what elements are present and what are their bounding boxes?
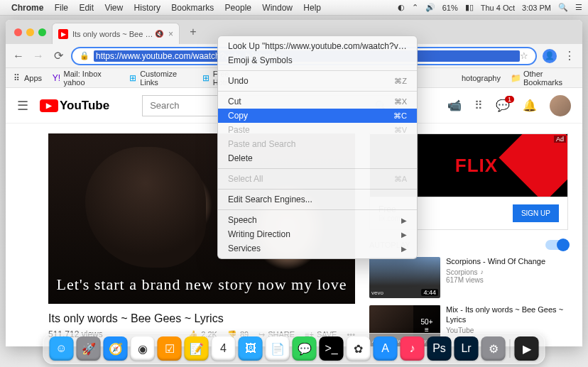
dock-app-media-player[interactable]: ▶ bbox=[515, 336, 539, 361]
dock-app-appstore[interactable]: A bbox=[374, 336, 398, 361]
dock-app-settings[interactable]: ⚙ bbox=[481, 336, 506, 361]
macos-dock: ☺🚀🧭◉☑📝4🖼📄💬>_✿A♪PsLr⚙▶ bbox=[43, 333, 545, 364]
menubar-time[interactable]: 3:03 PM bbox=[522, 4, 551, 12]
user-avatar[interactable] bbox=[550, 95, 571, 116]
spotlight-icon[interactable]: 🔍 bbox=[558, 3, 568, 12]
menu-services[interactable]: Services▶ bbox=[218, 241, 417, 256]
dock-app-photoshop[interactable]: Ps bbox=[428, 336, 452, 361]
tab-audio-icon[interactable]: 🔇 bbox=[155, 30, 163, 38]
bookmark-customize[interactable]: ⊞Customize Links bbox=[129, 70, 192, 87]
close-window-button[interactable] bbox=[14, 28, 22, 36]
dock-app-launchpad[interactable]: 🚀 bbox=[77, 336, 101, 361]
autoplay-toggle[interactable] bbox=[545, 240, 568, 250]
app-name[interactable]: Chrome bbox=[11, 3, 43, 13]
wifi-icon[interactable]: ⌃ bbox=[412, 3, 418, 12]
bookmark-photography[interactable]: hotography bbox=[462, 74, 501, 82]
hotmail-icon: ⊞ bbox=[201, 73, 210, 83]
menu-select-all: Select All⌘A bbox=[218, 172, 417, 186]
status-cloud-icon[interactable]: ◐ bbox=[398, 3, 405, 12]
menu-edit-engines[interactable]: Edit Search Engines... bbox=[218, 192, 417, 207]
battery-icon[interactable]: ▮▯ bbox=[465, 3, 474, 12]
menu-people[interactable]: People bbox=[225, 3, 251, 13]
forward-button[interactable]: → bbox=[31, 49, 45, 63]
menubar-date[interactable]: Thu 4 Oct bbox=[481, 4, 515, 12]
menu-paste: Paste⌘V bbox=[218, 123, 417, 137]
profile-button[interactable]: 👤 bbox=[543, 49, 557, 63]
browser-tab-active[interactable]: ▶ Its only words ~ Bee Gees 🔇 × bbox=[52, 23, 180, 44]
dock-app-terminal[interactable]: >_ bbox=[320, 336, 344, 361]
dock-app-lightroom[interactable]: Lr bbox=[454, 336, 479, 361]
dock-app-finder[interactable]: ☺ bbox=[50, 336, 74, 361]
dock-app-music[interactable]: ♪ bbox=[401, 336, 425, 361]
new-tab-button[interactable]: + bbox=[184, 23, 202, 41]
menu-paste-search: Paste and Search bbox=[218, 137, 417, 151]
control-center-icon[interactable]: ☰ bbox=[575, 3, 582, 12]
video-caption: Let's start a brand new story now my lov… bbox=[48, 275, 355, 294]
youtube-play-icon: ▶ bbox=[40, 99, 58, 112]
battery-text: 61% bbox=[442, 4, 458, 12]
bookmark-star-icon[interactable]: ☆ bbox=[520, 50, 528, 61]
maximize-window-button[interactable] bbox=[38, 28, 46, 36]
reload-button[interactable]: ⟳ bbox=[51, 49, 65, 63]
dock-app-calendar[interactable]: 4 bbox=[212, 336, 236, 361]
volume-icon[interactable]: 🔊 bbox=[425, 3, 435, 12]
apps-grid-icon[interactable]: ⠿ bbox=[474, 99, 483, 112]
music-note-icon: ♪ bbox=[480, 268, 484, 275]
dock-app-messages[interactable]: 💬 bbox=[293, 336, 317, 361]
vevo-badge: vevo bbox=[371, 290, 383, 296]
youtube-favicon-icon: ▶ bbox=[58, 29, 68, 39]
tab-close-icon[interactable]: × bbox=[168, 29, 173, 39]
messages-icon[interactable]: 💬1 bbox=[496, 99, 510, 112]
menu-edit[interactable]: Edit bbox=[79, 3, 94, 13]
menu-cut[interactable]: Cut⌘X bbox=[218, 94, 417, 109]
duration-badge: 4:44 bbox=[421, 289, 438, 296]
ad-signup-button[interactable]: SIGN UP bbox=[513, 204, 559, 222]
dock-app-photos[interactable]: ✿ bbox=[347, 336, 371, 361]
menu-bookmarks[interactable]: Bookmarks bbox=[171, 3, 214, 13]
dock-app-chrome[interactable]: ◉ bbox=[131, 336, 155, 361]
tab-title: Its only words ~ Bee Gees bbox=[72, 30, 155, 38]
recommendation-item[interactable]: vevo 4:44 Scorpions - Wind Of Change Sco… bbox=[369, 257, 568, 298]
menu-view[interactable]: View bbox=[104, 3, 123, 13]
lock-icon: 🔒 bbox=[80, 51, 89, 60]
dock-app-reminders[interactable]: ☑ bbox=[158, 336, 182, 361]
dock-app-preview[interactable]: 🖼 bbox=[239, 336, 263, 361]
rec-channel: Scorpions♪ bbox=[446, 268, 568, 276]
video-title: Its only words ~ Bee Gees ~ Lyrics bbox=[48, 312, 355, 325]
notifications-bell-icon[interactable]: 🔔 bbox=[523, 99, 537, 112]
submenu-arrow-icon: ▶ bbox=[401, 217, 407, 224]
back-button[interactable]: ← bbox=[11, 49, 26, 63]
menu-undo[interactable]: Undo⌘Z bbox=[218, 74, 417, 88]
menubar-left: Chrome File Edit View History Bookmarks … bbox=[11, 3, 330, 13]
minimize-window-button[interactable] bbox=[26, 28, 34, 36]
menu-copy[interactable]: Copy⌘C bbox=[218, 109, 417, 123]
youtube-logo[interactable]: ▶ YouTube bbox=[40, 99, 109, 113]
menu-help[interactable]: Help bbox=[303, 3, 321, 13]
menu-history[interactable]: History bbox=[134, 3, 160, 13]
apps-icon: ⠿ bbox=[11, 73, 21, 83]
dock-app-notes[interactable]: 📝 bbox=[185, 336, 209, 361]
menu-lookup[interactable]: Look Up "https://www.youtube.com/waatch?… bbox=[218, 39, 417, 53]
notification-badge: 1 bbox=[505, 96, 514, 103]
apps-button[interactable]: ⠿Apps bbox=[11, 73, 42, 83]
menu-emoji[interactable]: Emoji & Symbols bbox=[218, 53, 417, 67]
rec-views: 617M views bbox=[446, 276, 568, 284]
menubar-right: ◐ ⌃ 🔊 61% ▮▯ Thu 4 Oct 3:03 PM 🔍 ☰ bbox=[398, 3, 582, 12]
macos-menubar: Chrome File Edit View History Bookmarks … bbox=[0, 0, 588, 16]
windows-icon: ⊞ bbox=[129, 73, 138, 83]
menu-file[interactable]: File bbox=[55, 3, 68, 13]
folder-icon: 📁 bbox=[511, 73, 521, 83]
dock-app-textedit[interactable]: 📄 bbox=[266, 336, 290, 361]
menu-window[interactable]: Window bbox=[262, 3, 293, 13]
bookmark-mail[interactable]: Y!Mail: Inbox yahoo bbox=[52, 70, 119, 87]
create-video-icon[interactable]: 📹 bbox=[447, 99, 462, 112]
dock-app-safari[interactable]: 🧭 bbox=[104, 336, 128, 361]
rec-title: Mix - Its only words ~ Bee Gees ~ Lyrics bbox=[446, 305, 568, 325]
chrome-menu-button[interactable]: ⋮ bbox=[562, 49, 577, 63]
menu-writing-direction[interactable]: Writing Direction▶ bbox=[218, 227, 417, 241]
menu-speech[interactable]: Speech▶ bbox=[218, 213, 417, 227]
menu-delete[interactable]: Delete bbox=[218, 151, 417, 165]
other-bookmarks-button[interactable]: 📁Other Bookmarks bbox=[511, 70, 577, 87]
header-actions: 📹 ⠿ 💬1 🔔 bbox=[447, 95, 571, 116]
hamburger-icon[interactable]: ☰ bbox=[17, 98, 28, 114]
